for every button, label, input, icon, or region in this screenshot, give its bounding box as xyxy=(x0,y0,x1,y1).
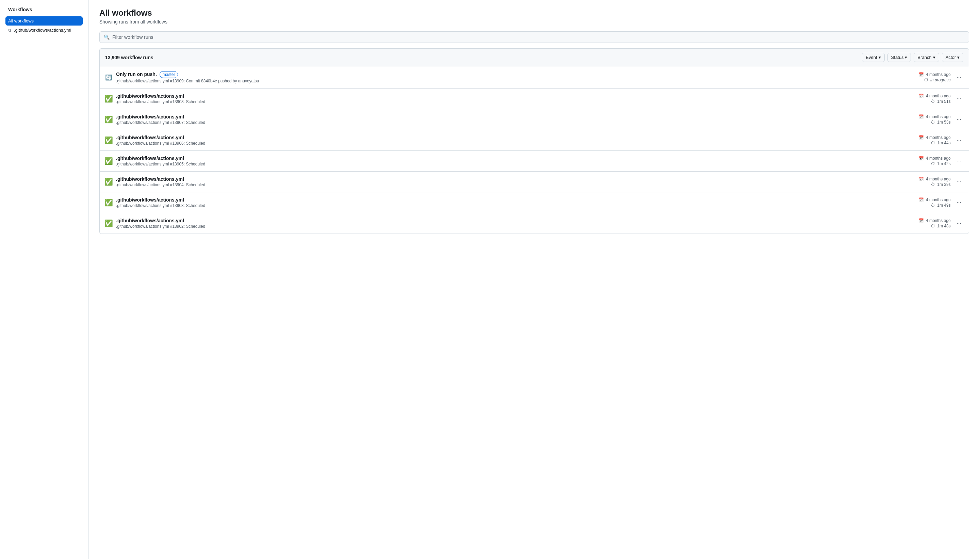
time-ago: 4 months ago xyxy=(926,114,951,119)
search-input[interactable] xyxy=(112,35,965,40)
sidebar-item-label: All workflows xyxy=(8,18,34,23)
duration-row: ⏱In progress xyxy=(924,78,951,83)
workflow-info: Only run on push.master.github/workflows… xyxy=(116,71,902,83)
more-options-button[interactable]: ··· xyxy=(955,157,964,165)
workflow-name: .github/workflows/actions.yml xyxy=(116,93,902,99)
filter-label: Event xyxy=(866,55,877,60)
duration: 1m 51s xyxy=(937,99,950,104)
branch-badge: master xyxy=(160,71,178,78)
workflow-detail: .github/workflows/actions.yml #13906: Sc… xyxy=(116,141,902,146)
calendar-icon: 📅 xyxy=(919,72,924,77)
chevron-down-icon: ▾ xyxy=(957,55,960,60)
duration: 1m 49s xyxy=(937,203,950,208)
duration-row: ⏱1m 53s xyxy=(931,120,950,125)
duration-row: ⏱1m 48s xyxy=(931,224,950,228)
clock-icon: ⏱ xyxy=(931,120,935,125)
sidebar-item-all-workflows[interactable]: All workflows xyxy=(5,17,82,26)
more-options-button[interactable]: ··· xyxy=(955,198,964,207)
sidebar-nav: All workflows⧉.github/workflows/actions.… xyxy=(5,17,82,35)
time-ago-row: 📅4 months ago xyxy=(919,135,951,140)
success-icon: ✅ xyxy=(104,116,113,124)
timing-info: 📅4 months ago⏱1m 44s xyxy=(906,135,951,146)
duration: 1m 39s xyxy=(937,182,950,187)
timing-info: 📅4 months ago⏱1m 42s xyxy=(906,156,951,166)
timing-info: 📅4 months ago⏱1m 48s xyxy=(906,218,951,228)
table-row: ✅.github/workflows/actions.yml.github/wo… xyxy=(100,130,969,151)
workflow-name: .github/workflows/actions.yml xyxy=(116,197,902,203)
more-options-button[interactable]: ··· xyxy=(955,94,964,103)
time-ago-row: 📅4 months ago xyxy=(919,72,951,77)
clock-icon: ⏱ xyxy=(931,161,935,166)
workflow-name: .github/workflows/actions.yml xyxy=(116,135,902,140)
more-options-button[interactable]: ··· xyxy=(955,73,964,82)
time-ago-row: 📅4 months ago xyxy=(919,177,951,182)
filter-label: Actor xyxy=(945,55,956,60)
status-icon: ✅ xyxy=(105,199,112,206)
workflow-runs-table: 13,909 workflow runs Event▾Status▾Branch… xyxy=(99,48,969,234)
calendar-icon: 📅 xyxy=(919,218,924,223)
time-ago-row: 📅4 months ago xyxy=(919,197,951,202)
filter-branch-button[interactable]: Branch▾ xyxy=(914,53,939,62)
filter-actor-button[interactable]: Actor▾ xyxy=(942,53,964,62)
timing-info: 📅4 months ago⏱1m 39s xyxy=(906,177,951,187)
clock-icon: ⏱ xyxy=(924,78,928,83)
workflow-info: .github/workflows/actions.yml.github/wor… xyxy=(116,114,902,125)
sidebar: Workflows All workflows⧉.github/workflow… xyxy=(0,0,89,559)
table-row: 🔄Only run on push.master.github/workflow… xyxy=(100,66,969,89)
table-row: ✅.github/workflows/actions.yml.github/wo… xyxy=(100,213,969,233)
clock-icon: ⏱ xyxy=(931,141,935,146)
main-content: All workflows Showing runs from all work… xyxy=(89,0,980,559)
workflow-name: .github/workflows/actions.yml xyxy=(116,155,902,161)
workflow-detail: .github/workflows/actions.yml #13909: Co… xyxy=(116,79,902,83)
filter-label: Branch xyxy=(917,55,931,60)
workflow-info: .github/workflows/actions.yml.github/wor… xyxy=(116,176,902,187)
workflow-name: Only run on push.master xyxy=(116,71,902,78)
sidebar-item-actions-yml[interactable]: ⧉.github/workflows/actions.yml xyxy=(5,26,82,35)
table-row: ✅.github/workflows/actions.yml.github/wo… xyxy=(100,109,969,130)
success-icon: ✅ xyxy=(104,178,113,186)
duration-row: ⏱1m 49s xyxy=(931,203,950,208)
table-row: ✅.github/workflows/actions.yml.github/wo… xyxy=(100,172,969,192)
search-icon: 🔍 xyxy=(104,35,110,40)
status-icon: ✅ xyxy=(105,220,112,227)
workflow-info: .github/workflows/actions.yml.github/wor… xyxy=(116,135,902,146)
workflow-detail: .github/workflows/actions.yml #13907: Sc… xyxy=(116,120,902,125)
filter-event-button[interactable]: Event▾ xyxy=(862,53,884,62)
status-icon: ✅ xyxy=(105,95,112,102)
success-icon: ✅ xyxy=(104,219,113,227)
clock-icon: ⏱ xyxy=(931,99,935,104)
timing-info: 📅4 months ago⏱1m 49s xyxy=(906,197,951,208)
duration: 1m 53s xyxy=(937,120,950,125)
more-options-button[interactable]: ··· xyxy=(955,136,964,145)
table-row: ✅.github/workflows/actions.yml.github/wo… xyxy=(100,151,969,172)
clock-icon: ⏱ xyxy=(931,224,935,228)
filter-status-button[interactable]: Status▾ xyxy=(888,53,911,62)
more-options-button[interactable]: ··· xyxy=(955,177,964,186)
duration: In progress xyxy=(931,78,951,83)
calendar-icon: 📅 xyxy=(919,177,924,182)
workflow-rows-container: 🔄Only run on push.master.github/workflow… xyxy=(100,66,969,233)
status-icon: ✅ xyxy=(105,116,112,123)
workflow-info: .github/workflows/actions.yml.github/wor… xyxy=(116,93,902,104)
time-ago: 4 months ago xyxy=(926,94,951,98)
time-ago: 4 months ago xyxy=(926,156,951,161)
time-ago: 4 months ago xyxy=(926,177,951,182)
table-header: 13,909 workflow runs Event▾Status▾Branch… xyxy=(100,49,969,66)
filter-label: Status xyxy=(891,55,904,60)
time-ago-row: 📅4 months ago xyxy=(919,156,951,161)
more-options-button[interactable]: ··· xyxy=(955,115,964,124)
workflow-name: .github/workflows/actions.yml xyxy=(116,218,902,223)
success-icon: ✅ xyxy=(104,157,113,165)
status-icon: ✅ xyxy=(105,137,112,144)
page-title: All workflows xyxy=(99,8,969,18)
workflow-detail: .github/workflows/actions.yml #13903: Sc… xyxy=(116,203,902,208)
filters: Event▾Status▾Branch▾Actor▾ xyxy=(862,53,964,62)
timing-info: 📅4 months ago⏱1m 53s xyxy=(906,114,951,125)
calendar-icon: 📅 xyxy=(919,156,924,161)
calendar-icon: 📅 xyxy=(919,197,924,202)
more-options-button[interactable]: ··· xyxy=(955,219,964,228)
time-ago-row: 📅4 months ago xyxy=(919,218,951,223)
duration: 1m 42s xyxy=(937,161,950,166)
duration-row: ⏱1m 42s xyxy=(931,161,950,166)
duration: 1m 44s xyxy=(937,141,950,146)
